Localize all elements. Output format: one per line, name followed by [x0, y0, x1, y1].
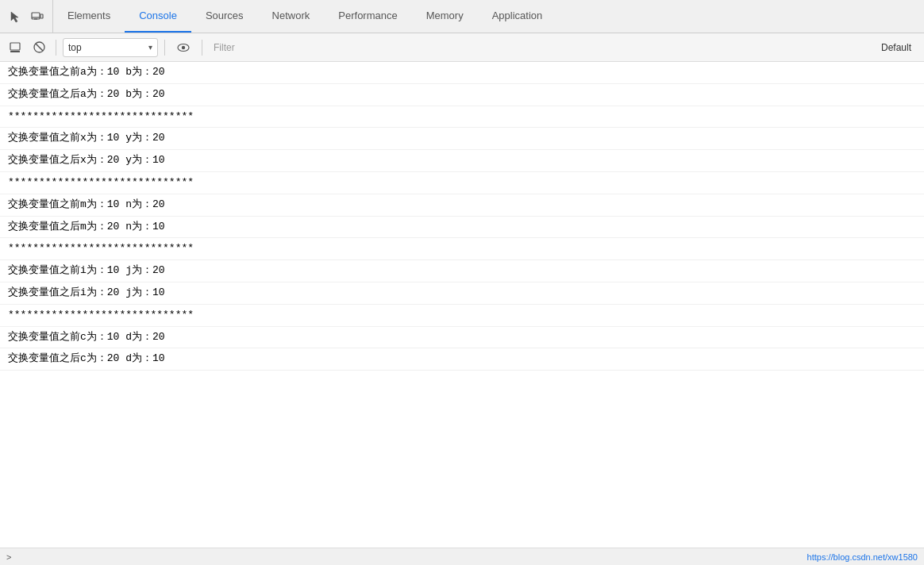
svg-rect-0: [32, 13, 40, 19]
tab-performance[interactable]: Performance: [324, 0, 411, 33]
tab-memory[interactable]: Memory: [412, 0, 478, 33]
tab-list: Elements Console Sources Network Perform…: [53, 0, 924, 33]
console-line: 交换变量值之后i为：20 j为：10: [0, 282, 924, 305]
context-label: top: [68, 42, 145, 53]
svg-rect-4: [10, 43, 20, 50]
console-line: 交换变量值之后x为：20 y为：10: [0, 150, 924, 172]
console-line-text: ******************************: [8, 307, 916, 324]
tab-icon-group: [0, 0, 53, 33]
console-line-text: 交换变量值之前m为：10 n为：20: [8, 197, 916, 213]
svg-line-7: [36, 44, 43, 51]
console-line: 交换变量值之后a为：20 b为：20: [0, 84, 924, 106]
eye-button[interactable]: [171, 37, 195, 58]
svg-rect-1: [40, 14, 43, 18]
console-line-text: ******************************: [8, 240, 916, 257]
separator-2: [164, 40, 165, 56]
svg-point-9: [182, 45, 185, 48]
console-line-text: 交换变量值之前c为：10 d为：20: [8, 329, 916, 346]
console-line: 交换变量值之前i为：10 j为：20: [0, 260, 924, 282]
console-toolbar: top ▾ Default: [0, 33, 924, 62]
console-output[interactable]: 交换变量值之前a为：10 b为：20交换变量值之后a为：20 b为：20****…: [0, 62, 924, 548]
context-selector[interactable]: top ▾: [63, 38, 158, 57]
console-line-text: 交换变量值之后a为：20 b为：20: [8, 86, 916, 103]
tab-network[interactable]: Network: [258, 0, 325, 33]
chevron-down-icon: ▾: [148, 43, 152, 52]
default-label: Default: [873, 42, 919, 53]
console-line: 交换变量值之后c为：20 d为：10: [0, 348, 924, 371]
console-line-text: 交换变量值之后x为：20 y为：10: [8, 152, 916, 169]
status-bar: > https://blog.csdn.net/xw1580: [0, 548, 924, 565]
filter-input[interactable]: [209, 42, 870, 53]
console-line: 交换变量值之前x为：10 y为：20: [0, 128, 924, 150]
console-line-text: 交换变量值之后c为：20 d为：10: [8, 351, 916, 367]
tab-console[interactable]: Console: [125, 0, 191, 33]
separator-3: [202, 40, 202, 56]
console-line-text: 交换变量值之前x为：10 y为：20: [8, 130, 916, 147]
separator-1: [56, 40, 56, 56]
console-line: 交换变量值之后m为：20 n为：10: [0, 217, 924, 239]
console-line: ******************************: [0, 305, 924, 327]
tab-elements[interactable]: Elements: [53, 0, 125, 33]
console-line: 交换变量值之前a为：10 b为：20: [0, 62, 924, 84]
console-line-text: 交换变量值之前i为：10 j为：20: [8, 263, 916, 279]
cursor-icon[interactable]: [6, 8, 24, 25]
console-line: ******************************: [0, 172, 924, 194]
prompt-chevron[interactable]: >: [6, 552, 11, 562]
console-line-text: ******************************: [8, 109, 916, 125]
device-icon[interactable]: [29, 8, 46, 25]
devtools-tab-bar: Elements Console Sources Network Perform…: [0, 0, 924, 33]
console-line-text: 交换变量值之后i为：20 j为：10: [8, 285, 916, 302]
console-line: ******************************: [0, 238, 924, 260]
console-line: 交换变量值之前c为：10 d为：20: [0, 327, 924, 349]
tab-sources[interactable]: Sources: [191, 0, 258, 33]
svg-rect-5: [10, 51, 20, 52]
page-url: https://blog.csdn.net/xw1580: [807, 552, 918, 562]
console-line: ******************************: [0, 106, 924, 129]
show-console-drawer-button[interactable]: [5, 37, 25, 58]
console-line: 交换变量值之前m为：10 n为：20: [0, 194, 924, 217]
console-line-text: 交换变量值之后m为：20 n为：10: [8, 219, 916, 236]
console-line-text: ******************************: [8, 175, 916, 191]
tab-application[interactable]: Application: [478, 0, 557, 33]
console-line-text: 交换变量值之前a为：10 b为：20: [8, 64, 916, 81]
clear-console-button[interactable]: [29, 37, 49, 58]
